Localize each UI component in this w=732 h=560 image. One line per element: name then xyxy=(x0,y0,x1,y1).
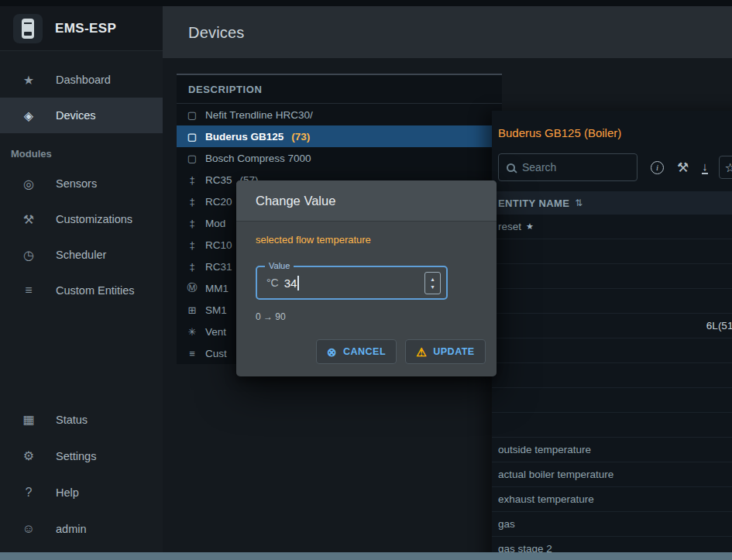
favorites-toggle-button[interactable]: ☆ xyxy=(719,156,732,179)
value-unit: °C xyxy=(266,277,279,289)
ventilation-icon: ✳ xyxy=(186,326,198,338)
value-text: 34 xyxy=(284,277,297,290)
sidebar-item-status[interactable]: ▦ Status xyxy=(0,401,163,438)
sensors-icon: ◎ xyxy=(21,177,36,191)
sidebar-nav-bottom: ▦ Status ⚙ Settings ? Help ☺ admin xyxy=(0,401,163,547)
custom-device-icon: ≡ xyxy=(186,348,198,359)
entity-row[interactable]: 176.544 xyxy=(492,289,732,314)
sidebar-item-scheduler[interactable]: ◷ Scheduler xyxy=(0,237,163,273)
device-row[interactable]: ▢ Bosch Compress 7000 xyxy=(177,147,502,169)
sidebar-item-label: Dashboard xyxy=(56,74,111,86)
change-value-dialog: Change Value selected flow temperature V… xyxy=(236,180,497,376)
spinner-up-icon[interactable]: ▴ xyxy=(431,276,434,283)
dashboard-icon: ★ xyxy=(21,73,36,88)
ems-esp-app: Devices EMS-ESP ★ Dashboard ◈ Devices Mo… xyxy=(0,0,732,560)
sidebar-item-devices[interactable]: ◈ Devices xyxy=(0,98,163,133)
device-name: Bosch Compress 7000 xyxy=(205,153,311,164)
dialog-actions: ⊗ CANCEL ⚠ UPDATE xyxy=(256,339,486,364)
scheduler-icon: ◷ xyxy=(21,248,36,263)
spinner-down-icon[interactable]: ▾ xyxy=(431,283,434,290)
value-input[interactable]: Value °C 34 ▴ ▾ xyxy=(256,266,448,300)
value-range-hint: 0 → 90 xyxy=(256,311,486,322)
app-name: EMS-ESP xyxy=(55,21,116,36)
solar-module-icon: ⊞ xyxy=(186,304,198,316)
download-icon[interactable]: ↓ xyxy=(702,160,708,174)
sidebar-item-label: Devices xyxy=(56,109,96,122)
device-name: RC35 xyxy=(205,174,232,186)
sidebar-item-dashboard[interactable]: ★ Dashboard xyxy=(0,62,163,98)
cancel-button-label: CANCEL xyxy=(343,346,386,357)
sidebar-item-help[interactable]: ? Help xyxy=(0,474,163,510)
sidebar-item-custom-entities[interactable]: ≡ Custom Entities xyxy=(0,273,163,308)
entity-row[interactable]: 0 % xyxy=(492,413,732,438)
thermostat-icon: ‡ xyxy=(186,196,198,208)
entity-name-column-header: ENTITY NAME xyxy=(498,198,569,209)
device-name: Nefit Trendline HRC30/ xyxy=(205,109,313,121)
entity-row[interactable]: gas off xyxy=(492,512,732,537)
account-icon: ☺ xyxy=(21,522,36,536)
sidebar-item-sensors[interactable]: ◎ Sensors xyxy=(0,166,163,201)
info-icon[interactable]: i xyxy=(651,161,664,174)
sidebar-item-settings[interactable]: ⚙ Settings xyxy=(0,438,163,474)
entity-row[interactable]: 6L(517) 18.01.2023 10:18 (0 min) xyxy=(492,314,732,338)
sidebar-item-label: Status xyxy=(56,414,88,426)
entity-rows: reset★ ▶ 34,0 °C ✎ 30,7 °C 176.544 xyxy=(492,215,732,560)
warning-triangle-icon: ⚠ xyxy=(416,346,427,358)
entity-row[interactable]: actual boiler temperature 30,7 °C xyxy=(492,462,732,487)
entity-row[interactable]: outside temperature 15,0 °C xyxy=(492,438,732,462)
dialog-body: selected flow temperature Value °C 34 ▴ … xyxy=(236,222,497,376)
sidebar: EMS-ESP ★ Dashboard ◈ Devices Modules ◎ … xyxy=(0,6,163,560)
entity-name: actual boiler temperature xyxy=(498,469,732,480)
sidebar-item-admin[interactable]: ☺ admin xyxy=(0,510,163,547)
thermostat-icon: ‡ xyxy=(186,218,198,229)
modules-section-label: Modules xyxy=(0,141,163,166)
device-name: SM1 xyxy=(205,304,227,316)
entity-panel-title: Buderus GB125 (Boiler) xyxy=(498,126,621,139)
device-name: Vent xyxy=(205,326,226,338)
value-input-label: Value xyxy=(265,261,294,270)
entity-value: 6L(517) 18.01.2023 10:18 (0 min) xyxy=(706,320,732,332)
entity-row[interactable]: 30,7 °C xyxy=(492,264,732,289)
customizations-icon: ⚒ xyxy=(21,212,36,227)
entity-row[interactable]: 34,0 °C ✎ xyxy=(492,239,732,264)
sort-icon[interactable]: ⇅ xyxy=(575,198,583,208)
maintenance-wrench-icon[interactable]: ⚒ xyxy=(677,161,689,174)
search-field[interactable] xyxy=(522,161,629,173)
entity-name: reset xyxy=(498,221,521,232)
entity-row[interactable]: reset★ ▶ xyxy=(492,215,732,239)
boiler-icon: ▢ xyxy=(186,153,198,164)
update-button[interactable]: ⚠ UPDATE xyxy=(405,339,486,364)
sidebar-item-label: admin xyxy=(56,523,87,535)
device-table-header: DESCRIPTION xyxy=(177,75,502,104)
thermostat-icon: ‡ xyxy=(186,261,198,273)
text-cursor xyxy=(297,276,299,290)
device-row-selected[interactable]: ▢ Buderus GB125 (73) xyxy=(177,125,502,147)
app-logo-icon xyxy=(13,14,43,43)
sidebar-item-customizations[interactable]: ⚒ Customizations xyxy=(0,201,163,237)
entity-panel-toolbar: i ⚒ ↓ ☆ Showing 74/73 entities xyxy=(492,146,732,188)
entity-panel: Buderus GB125 (Boiler) ⊗ i ⚒ ↓ ☆ Showing… xyxy=(492,111,732,560)
entity-row[interactable]: exhaust temperature 29,0 °C xyxy=(492,487,732,512)
device-name: MM1 xyxy=(205,283,229,294)
boiler-icon: ▢ xyxy=(186,131,198,143)
status-icon: ▦ xyxy=(21,412,36,427)
cancel-button[interactable]: ⊗ CANCEL xyxy=(316,339,397,364)
entity-row[interactable]: off xyxy=(492,363,732,388)
entity-row[interactable]: off ✎ xyxy=(492,338,732,363)
mixer-module-icon: Ⓜ xyxy=(186,281,198,295)
device-name: RC20 xyxy=(205,196,232,208)
dialog-entity-label: selected flow temperature xyxy=(256,234,486,246)
dialog-title: Change Value xyxy=(236,180,497,222)
thermostat-icon: ‡ xyxy=(186,239,198,251)
device-row[interactable]: ▢ Nefit Trendline HRC30/ xyxy=(177,104,502,125)
search-icon xyxy=(507,163,515,172)
favorite-star-icon: ★ xyxy=(526,222,534,232)
sidebar-item-label: Custom Entities xyxy=(56,284,135,297)
number-spinner[interactable]: ▴ ▾ xyxy=(424,272,441,294)
horizontal-scrollbar[interactable] xyxy=(0,552,732,560)
sidebar-item-label: Scheduler xyxy=(56,249,106,261)
sidebar-item-label: Customizations xyxy=(56,213,132,225)
entity-row[interactable]: off xyxy=(492,388,732,413)
sidebar-item-label: Help xyxy=(56,486,79,499)
search-input[interactable] xyxy=(498,153,637,181)
